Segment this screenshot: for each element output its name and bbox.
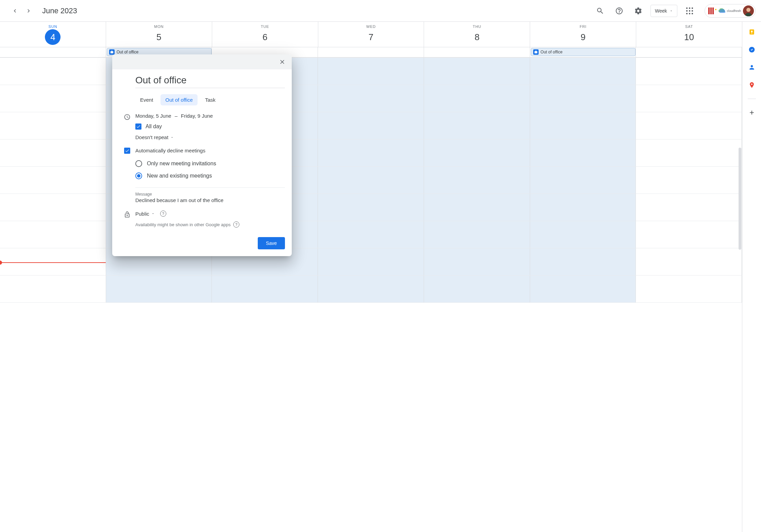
main-content: SUN 4 MON 5 TUE 6 WED 7 THU 8 FRI 9 [0, 22, 761, 532]
radio-checked-icon [135, 172, 142, 179]
clock-icon [119, 113, 135, 120]
tasks-icon [748, 46, 755, 53]
chevron-down-icon [170, 136, 174, 139]
message-label: Message [135, 192, 285, 197]
grid-col-thu[interactable] [424, 57, 530, 302]
lock-icon [119, 211, 135, 218]
allday-cell-sun[interactable] [0, 47, 106, 57]
availability-hint: Availability might be shown in other Goo… [135, 222, 231, 227]
svg-rect-8 [751, 32, 752, 34]
start-date[interactable]: Monday, 5 June [135, 113, 171, 119]
account-switcher[interactable]: cloudfresh [705, 4, 756, 18]
grid-col-wed[interactable] [318, 57, 424, 302]
radio-only-new[interactable]: Only new meeting invitations [135, 157, 285, 170]
svg-point-5 [746, 8, 750, 12]
google-apps-button[interactable] [683, 4, 696, 18]
grid-col-sat[interactable] [636, 57, 742, 302]
cloud-icon [718, 8, 725, 14]
radio-new-and-existing[interactable]: New and existing meetings [135, 170, 285, 182]
day-header-sun[interactable]: SUN 4 [0, 22, 106, 47]
day-header-wed[interactable]: WED 7 [318, 22, 424, 47]
help-icon[interactable]: ? [233, 221, 239, 228]
tab-out-of-office[interactable]: Out of office [160, 94, 198, 105]
all-day-label: All day [146, 123, 162, 130]
date-separator: – [175, 113, 177, 119]
visibility-selector[interactable]: Public [135, 211, 155, 217]
allday-cell-thu[interactable] [424, 47, 530, 57]
recurrence-selector[interactable]: Doesn't repeat [135, 134, 285, 140]
divider [748, 99, 756, 99]
allday-cell-wed[interactable] [318, 47, 424, 57]
all-day-checkbox[interactable] [135, 123, 141, 130]
app-header: June 2023 Week cloudfresh [0, 0, 761, 22]
svg-rect-1 [710, 7, 712, 14]
grid-col-fri[interactable] [530, 57, 636, 302]
briefcase-icon [109, 49, 115, 55]
day-headers-row: SUN 4 MON 5 TUE 6 WED 7 THU 8 FRI 9 [0, 22, 742, 47]
keep-app-button[interactable] [746, 26, 758, 38]
day-header-tue[interactable]: TUE 6 [212, 22, 318, 47]
tasks-app-button[interactable] [746, 44, 758, 56]
close-icon [279, 59, 286, 65]
next-period-button[interactable] [23, 5, 34, 16]
save-button[interactable]: Save [258, 237, 285, 249]
current-time-indicator [0, 262, 106, 263]
day-header-fri[interactable]: FRI 9 [530, 22, 636, 47]
auto-decline-checkbox[interactable] [124, 148, 130, 154]
ooo-event-chip[interactable]: Out of office [531, 48, 636, 56]
check-icon [136, 124, 141, 129]
view-label: Week [655, 8, 667, 14]
page-title: June 2023 [42, 6, 77, 15]
dialog-header [112, 54, 292, 69]
grid-col-sun[interactable] [0, 57, 106, 302]
apps-grid-icon [686, 7, 693, 14]
allday-cell-sat[interactable] [636, 47, 742, 57]
help-icon[interactable]: ? [160, 211, 166, 217]
tab-task[interactable]: Task [200, 94, 220, 105]
calendar-grid: SUN 4 MON 5 TUE 6 WED 7 THU 8 FRI 9 [0, 22, 742, 532]
allday-cell-fri[interactable]: Out of office [530, 47, 636, 57]
prev-period-button[interactable] [10, 5, 20, 16]
svg-point-3 [715, 9, 716, 10]
event-type-tabs: Event Out of office Task [135, 94, 285, 105]
view-selector[interactable]: Week [650, 5, 678, 17]
allday-row: Out of office Out of office [0, 47, 742, 57]
close-button[interactable] [277, 56, 288, 67]
settings-button[interactable] [631, 4, 645, 18]
check-icon [125, 148, 130, 153]
svg-point-7 [751, 31, 752, 32]
tab-event[interactable]: Event [135, 94, 158, 105]
maps-app-button[interactable] [746, 79, 758, 91]
help-button[interactable] [612, 4, 626, 18]
scrollbar[interactable] [739, 148, 741, 250]
chevron-down-icon [151, 212, 155, 215]
event-editor-dialog: Out of office Event Out of office Task M… [112, 54, 292, 256]
decline-message-input[interactable]: Declined because I am out of the office [135, 197, 285, 203]
radio-icon [135, 160, 142, 167]
plus-icon [748, 109, 755, 116]
day-header-sat[interactable]: SAT 10 [636, 22, 742, 47]
keep-icon [748, 29, 755, 35]
svg-rect-0 [708, 7, 710, 14]
contacts-app-button[interactable] [746, 61, 758, 73]
person-icon [748, 64, 755, 71]
svg-point-10 [751, 83, 752, 85]
end-date[interactable]: Friday, 9 June [181, 113, 213, 119]
chevron-down-icon [670, 9, 673, 13]
auto-decline-label: Automatically decline meetings [135, 148, 285, 153]
event-title-input[interactable]: Out of office [135, 73, 285, 88]
avatar [743, 5, 754, 16]
briefcase-icon [533, 49, 539, 55]
svg-rect-2 [712, 7, 714, 14]
search-button[interactable] [593, 4, 607, 18]
time-grid[interactable] [0, 57, 742, 302]
right-side-panel [742, 22, 761, 532]
divider [135, 187, 285, 188]
org-logo: cloudfresh [708, 7, 741, 14]
add-addon-button[interactable] [746, 106, 758, 119]
day-header-mon[interactable]: MON 5 [106, 22, 212, 47]
maps-icon [748, 82, 755, 88]
day-header-thu[interactable]: THU 8 [424, 22, 530, 47]
